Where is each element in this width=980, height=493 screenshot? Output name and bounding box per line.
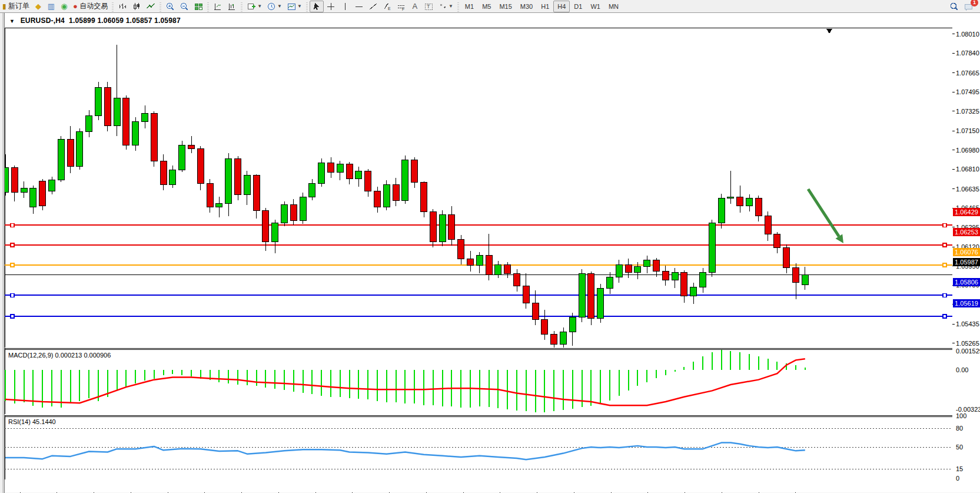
price-tick-label: 1.07840 [956, 49, 980, 57]
rsi-axis-label: 15 [956, 465, 980, 472]
toolbar-separator [240, 1, 244, 12]
line-price-label: 1.05619 [953, 299, 980, 307]
symbol-period-label: EURUSD-,H4 [21, 16, 65, 25]
timeframe-button-m15[interactable]: M15 [495, 1, 516, 12]
timeframe-button-m1[interactable]: M1 [461, 1, 478, 12]
chart-window[interactable]: ▼ EURUSD-,H4 1.05899 1.06059 1.05857 1.0… [0, 13, 980, 493]
timeframe-button-h4[interactable]: H4 [553, 1, 570, 12]
signals-icon[interactable]: ◉ [58, 1, 71, 12]
current-price-label: 1.05987 [953, 258, 980, 266]
line-price-label: 1.06253 [953, 228, 980, 236]
price-tick-label: 1.07150 [956, 127, 980, 134]
line-price-label: 1.06076 [953, 248, 980, 256]
line-price-label: 1.06429 [953, 208, 980, 216]
rsi-label: RSI(14) 45.1440 [8, 418, 56, 425]
rsi-axis-label: 80 [956, 425, 980, 432]
svg-text:F: F [402, 7, 404, 11]
price-tick-label: 1.05435 [956, 320, 980, 327]
market-watch-icon[interactable]: ▥ [45, 1, 58, 12]
ohlc-open: 1.05899 [69, 16, 95, 25]
rsi-axis-label: 0 [956, 475, 980, 482]
text-icon[interactable]: A [408, 1, 421, 12]
ohlc-close: 1.05987 [154, 16, 181, 25]
main-price-chart[interactable] [5, 15, 952, 348]
fibonacci-icon[interactable]: E [380, 1, 394, 12]
search-icon[interactable] [947, 1, 961, 12]
notification-badge: 1 [971, 0, 978, 6]
vertical-line-icon[interactable] [338, 1, 352, 12]
mt4-application: ▮ 新订单◆▥◉● 自动交易▼▼▼EFAT▼M1M5M15M30H1H4D1W1… [0, 0, 980, 493]
rsi-value: 45.1440 [32, 418, 56, 425]
macd-main-value: 0.000213 [55, 352, 82, 359]
timeframe-button-mn[interactable]: MN [604, 1, 623, 12]
price-tick-label: 1.08010 [956, 31, 980, 38]
zoom-out-icon[interactable] [177, 1, 191, 12]
text-label-icon[interactable]: T [421, 1, 436, 12]
timeframe-button-h1[interactable]: H1 [537, 1, 553, 12]
price-tick-label: 1.06810 [956, 166, 980, 173]
left-splitter[interactable] [0, 13, 5, 493]
macd-pane[interactable] [5, 348, 952, 414]
trendline-icon[interactable] [366, 1, 380, 12]
ohlc-high: 1.06059 [97, 16, 124, 25]
chart-title: ▼ EURUSD-,H4 1.05899 1.06059 1.05857 1.0… [9, 16, 181, 25]
rsi-pane[interactable] [5, 415, 952, 479]
template-dropdown[interactable]: ▼ [284, 1, 304, 12]
symbols-gold-icon[interactable]: ◆ [32, 1, 45, 12]
macd-axis-label: 0.001529 [956, 348, 980, 355]
new-order-icon: ▮ [2, 2, 6, 11]
channel-icon[interactable]: F [394, 1, 408, 12]
price-tick-label: 1.07495 [956, 88, 980, 95]
toolbar-separator [206, 1, 210, 12]
toolbar-separator [456, 1, 460, 12]
timeframe-button-d1[interactable]: D1 [570, 1, 586, 12]
line-chart-icon[interactable] [144, 1, 158, 12]
macd-signal-value: 0.000906 [84, 352, 111, 359]
toolbar-separator [158, 1, 162, 12]
arrows-dropdown[interactable]: ▼ [436, 1, 456, 12]
price-tick-label: 1.07665 [956, 70, 980, 77]
arrange-periods-icon[interactable] [225, 1, 239, 12]
toolbar: ▮ 新订单◆▥◉● 自动交易▼▼▼EFAT▼M1M5M15M30H1H4D1W1… [0, 0, 980, 13]
cursor-icon[interactable] [310, 1, 324, 12]
macd-label: MACD(12,26,9) 0.000213 0.000906 [8, 352, 111, 359]
ohlc-low: 1.05857 [126, 16, 152, 25]
svg-text:T: T [427, 4, 430, 9]
timeframe-button-w1[interactable]: W1 [586, 1, 604, 12]
collapse-triangle-icon[interactable]: ▼ [9, 18, 15, 24]
price-tick-label: 1.05265 [956, 340, 980, 347]
zoom-in-icon[interactable] [163, 1, 177, 12]
timeframe-button-m5[interactable]: M5 [478, 1, 495, 12]
line-price-label: 1.05806 [953, 278, 980, 286]
autotrade-button[interactable]: ● 自动交易 [71, 1, 110, 12]
chat-icon[interactable]: 1 [961, 1, 975, 12]
candlestick-chart-icon[interactable] [129, 1, 144, 12]
tile-windows-icon[interactable] [191, 1, 205, 12]
svg-text:E: E [388, 6, 391, 11]
rsi-axis-label: 100 [956, 412, 980, 419]
price-tick-label: 1.07325 [956, 108, 980, 115]
bar-chart-icon[interactable] [115, 1, 129, 12]
toolbar-separator [111, 1, 115, 12]
profiles-clock-dropdown[interactable]: ▼ [264, 1, 284, 12]
new-chart-dropdown[interactable]: ▼ [244, 1, 264, 12]
price-tick-label: 1.06635 [956, 186, 980, 193]
timeframe-button-m30[interactable]: M30 [516, 1, 537, 12]
new-order-button[interactable]: ▮ 新订单 [0, 1, 32, 12]
toolbar-separator [305, 1, 309, 12]
rsi-axis-label: 50 [956, 444, 980, 451]
price-tick-label: 1.06980 [956, 147, 980, 154]
horizontal-line-icon[interactable] [352, 1, 366, 12]
crosshair-icon[interactable] [324, 1, 338, 12]
macd-axis-label: 0.00 [956, 366, 980, 373]
arrange-indicators-icon[interactable] [211, 1, 225, 12]
